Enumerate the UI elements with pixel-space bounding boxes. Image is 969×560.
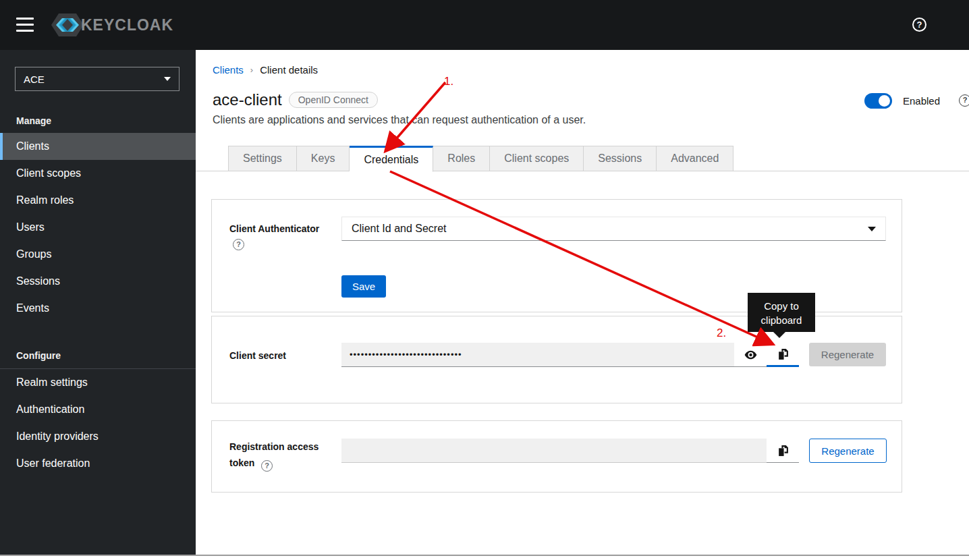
help-icon[interactable]: ? bbox=[912, 18, 926, 32]
page-title: ace-client bbox=[213, 90, 282, 109]
enabled-toggle[interactable] bbox=[864, 93, 892, 109]
manage-nav-list: Clients Client scopes Realm roles Users … bbox=[0, 133, 196, 322]
tab-keys[interactable]: Keys bbox=[297, 146, 350, 171]
protocol-badge: OpenID Connect bbox=[289, 92, 378, 108]
enabled-toggle-group: Enabled bbox=[864, 93, 940, 109]
client-authenticator-help-icon[interactable]: ? bbox=[233, 239, 244, 250]
save-button[interactable]: Save bbox=[341, 275, 386, 298]
realm-selector[interactable]: ACE bbox=[15, 67, 179, 91]
tab-credentials[interactable]: Credentials bbox=[350, 146, 433, 172]
window-bottom-edge bbox=[0, 555, 969, 556]
client-authenticator-label: Client Authenticator bbox=[229, 223, 319, 234]
sidebar-nav: ACE Manage Clients Client scopes Realm r… bbox=[0, 50, 196, 555]
keycloak-logo: KEYCLOAK bbox=[50, 11, 173, 39]
registration-token-label-line1: Registration access bbox=[229, 441, 319, 452]
sidebar-item-users[interactable]: Users bbox=[0, 214, 196, 241]
copy-secret-button[interactable] bbox=[767, 343, 799, 367]
sidebar-item-authentication[interactable]: Authentication bbox=[0, 396, 196, 423]
registration-token-input[interactable] bbox=[341, 439, 767, 463]
eye-icon bbox=[744, 350, 757, 360]
nav-section-manage: Manage bbox=[16, 115, 51, 126]
registration-token-input-group bbox=[341, 439, 799, 463]
hamburger-menu-icon[interactable] bbox=[16, 18, 34, 32]
show-secret-button[interactable] bbox=[734, 343, 767, 367]
tab-client-scopes[interactable]: Client scopes bbox=[490, 146, 584, 171]
breadcrumb-clients-link[interactable]: Clients bbox=[213, 64, 244, 76]
copy-token-button[interactable] bbox=[767, 439, 799, 463]
registration-token-card: Registration access token ? Regenerate bbox=[211, 420, 902, 493]
brand-text: KEYCLOAK bbox=[81, 16, 173, 34]
copy-tooltip-line2: clipboard bbox=[748, 313, 815, 327]
enabled-label: Enabled bbox=[903, 95, 940, 107]
tab-advanced[interactable]: Advanced bbox=[657, 146, 733, 171]
copy-icon bbox=[777, 348, 789, 360]
top-header-bar: KEYCLOAK ? bbox=[0, 0, 969, 50]
copy-tooltip: Copy to clipboard bbox=[748, 293, 815, 332]
regenerate-secret-button[interactable]: Regenerate bbox=[809, 343, 886, 366]
realm-selector-value: ACE bbox=[24, 74, 45, 85]
client-tabs: Settings Keys Credentials Roles Client s… bbox=[196, 146, 969, 171]
sidebar-item-sessions[interactable]: Sessions bbox=[0, 268, 196, 295]
sidebar-item-events[interactable]: Events bbox=[0, 295, 196, 322]
sidebar-item-groups[interactable]: Groups bbox=[0, 241, 196, 268]
copy-icon bbox=[777, 445, 789, 457]
registration-token-help-icon[interactable]: ? bbox=[261, 460, 273, 472]
keycloak-admin-console: KEYCLOAK ? ACE Manage Clients Client sco… bbox=[0, 0, 969, 560]
chevron-down-icon bbox=[164, 77, 171, 81]
keycloak-logo-icon bbox=[50, 11, 85, 39]
copy-tooltip-line1: Copy to bbox=[748, 299, 815, 313]
client-authenticator-select[interactable]: Client Id and Secret bbox=[341, 217, 886, 241]
client-secret-label: Client secret bbox=[229, 350, 286, 361]
chevron-right-icon: › bbox=[250, 65, 253, 75]
sidebar-item-clients[interactable]: Clients bbox=[0, 133, 196, 160]
enabled-help-icon[interactable]: ? bbox=[959, 94, 969, 107]
breadcrumb: Clients › Client details bbox=[213, 64, 318, 76]
breadcrumb-current: Client details bbox=[260, 64, 318, 76]
tab-roles[interactable]: Roles bbox=[433, 146, 490, 171]
client-secret-input-group bbox=[341, 343, 799, 367]
registration-token-label-line2: token ? bbox=[229, 457, 273, 472]
sidebar-item-client-scopes[interactable]: Client scopes bbox=[0, 160, 196, 187]
regenerate-token-button[interactable]: Regenerate bbox=[809, 439, 887, 463]
client-authenticator-select-value: Client Id and Secret bbox=[352, 223, 447, 235]
toggle-knob bbox=[879, 95, 890, 107]
chevron-down-icon bbox=[868, 227, 876, 231]
tab-settings[interactable]: Settings bbox=[228, 146, 297, 171]
sidebar-item-user-federation[interactable]: User federation bbox=[0, 450, 196, 477]
tab-sessions[interactable]: Sessions bbox=[584, 146, 657, 171]
annotation-step1-label: 1. bbox=[444, 75, 453, 88]
configure-nav-list: Realm settings Authentication Identity p… bbox=[0, 369, 196, 477]
sidebar-item-realm-roles[interactable]: Realm roles bbox=[0, 187, 196, 214]
sidebar-item-realm-settings[interactable]: Realm settings bbox=[0, 369, 196, 396]
sidebar-item-identity-providers[interactable]: Identity providers bbox=[0, 423, 196, 450]
page-description: Clients are applications and services th… bbox=[213, 114, 586, 126]
nav-section-configure: Configure bbox=[16, 350, 61, 361]
client-secret-input[interactable] bbox=[341, 343, 734, 367]
